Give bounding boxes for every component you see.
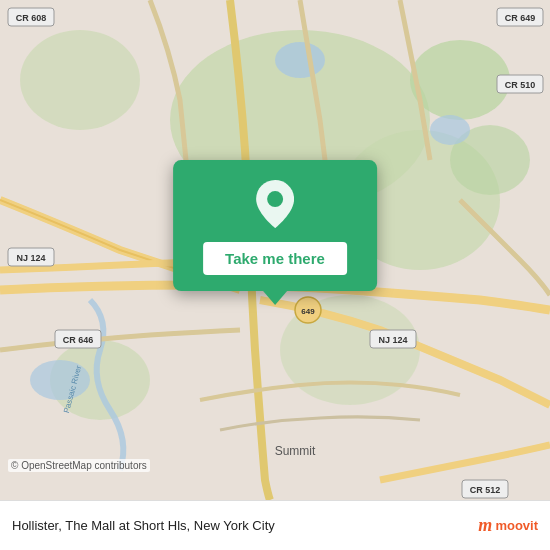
svg-point-3 bbox=[20, 30, 140, 130]
popup-card: Take me there bbox=[173, 160, 377, 291]
svg-text:NJ 124: NJ 124 bbox=[378, 335, 407, 345]
moovit-logo: m moovit bbox=[478, 515, 538, 536]
moovit-m-icon: m bbox=[478, 515, 492, 536]
location-title: Hollister, The Mall at Short Hls, New Yo… bbox=[12, 518, 478, 533]
svg-text:CR 608: CR 608 bbox=[16, 13, 47, 23]
bottom-bar: Hollister, The Mall at Short Hls, New Yo… bbox=[0, 500, 550, 550]
take-me-there-button[interactable]: Take me there bbox=[203, 242, 347, 275]
svg-point-10 bbox=[30, 360, 90, 400]
svg-point-8 bbox=[275, 42, 325, 78]
copyright-text: © OpenStreetMap contributors bbox=[8, 459, 150, 472]
svg-point-4 bbox=[410, 40, 510, 120]
svg-text:CR 510: CR 510 bbox=[505, 80, 536, 90]
svg-point-9 bbox=[430, 115, 470, 145]
svg-text:649: 649 bbox=[301, 307, 315, 316]
location-pin-icon bbox=[251, 180, 299, 228]
svg-text:CR 646: CR 646 bbox=[63, 335, 94, 345]
popup-overlay: Take me there bbox=[173, 160, 377, 305]
svg-point-29 bbox=[267, 191, 283, 207]
map-container: CR 608 CR 649 CR 510 NJ 124 649 CR 646 N… bbox=[0, 0, 550, 500]
svg-text:CR 512: CR 512 bbox=[470, 485, 501, 495]
popup-pointer bbox=[263, 291, 287, 305]
svg-text:NJ 124: NJ 124 bbox=[16, 253, 45, 263]
moovit-brand-text: moovit bbox=[495, 518, 538, 533]
svg-text:CR 649: CR 649 bbox=[505, 13, 536, 23]
svg-text:Summit: Summit bbox=[275, 444, 316, 458]
